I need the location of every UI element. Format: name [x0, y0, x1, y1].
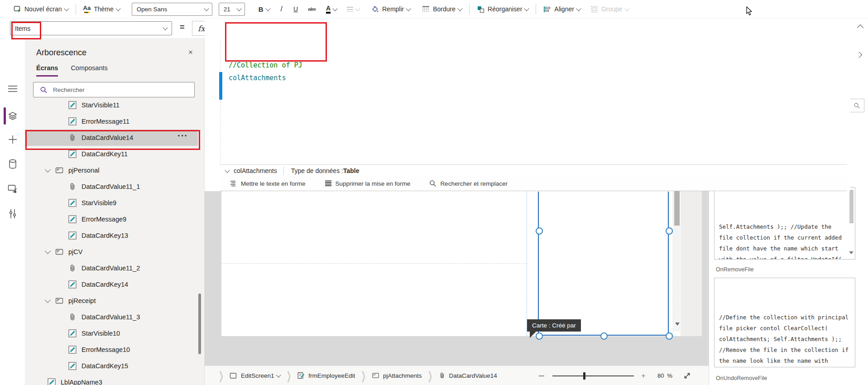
breadcrumb-item[interactable]: ❯ EditScreen1 [213, 372, 280, 379]
italic-button[interactable]: / [281, 5, 283, 13]
more-options-button[interactable] [177, 130, 188, 141]
tree-item[interactable]: StarVisible10 [25, 325, 198, 342]
code-box-scrollbar[interactable] [849, 190, 854, 223]
resize-handle-bottom-left[interactable] [536, 332, 543, 340]
zoom-out-button[interactable] [539, 375, 544, 376]
format-toolbar-button[interactable]: Mettre le texte en forme [230, 180, 306, 187]
tree-item[interactable]: ErrorMessage9 [25, 211, 198, 227]
app-canvas-page[interactable] [221, 191, 681, 336]
property-select[interactable]: Items [10, 21, 172, 35]
tree-item[interactable]: LblAppName3 [25, 374, 198, 385]
font-color-button[interactable]: A [326, 5, 337, 14]
tree-item[interactable]: ErrorMessage11 [25, 113, 198, 130]
data-button[interactable] [0, 155, 25, 173]
panel-search-button[interactable] [849, 99, 864, 112]
tree-item[interactable]: DataCardKey15 [25, 358, 198, 374]
new-screen-button[interactable]: Nouvel écran [14, 5, 68, 13]
expand-panel-button[interactable] [854, 51, 861, 59]
resize-handle-bottom-right[interactable] [666, 332, 673, 340]
tree-item[interactable]: DataCardValue14 [25, 130, 198, 146]
scroll-down-arrow-icon[interactable] [849, 251, 854, 254]
tree-item[interactable]: pjPersonal [25, 162, 198, 178]
hamburger-menu-button[interactable] [0, 80, 25, 98]
zoom-percentage: 80 [657, 372, 664, 379]
tree-tab[interactable]: Composants [71, 64, 107, 77]
zoom-slider-thumb[interactable] [583, 372, 585, 380]
canvas-scrollbar-thumb[interactable] [674, 191, 680, 226]
breadcrumb-item[interactable]: ❯ pjAttachments [355, 372, 422, 379]
resize-handle-left[interactable] [536, 227, 543, 235]
italic-icon: / [281, 5, 283, 13]
attach-icon [439, 372, 446, 379]
font-size-select[interactable]: 21 [219, 3, 245, 16]
chevron-down-icon [115, 6, 120, 11]
search-input[interactable] [52, 86, 194, 94]
tree-item[interactable]: DataCardValue11_1 [25, 178, 198, 195]
zoom-in-button[interactable]: + [641, 374, 646, 378]
media-button[interactable] [0, 180, 25, 198]
collapse-formula-bar-button[interactable] [855, 24, 863, 32]
format-icon [230, 180, 241, 187]
strikethrough-button[interactable]: abc [308, 6, 316, 12]
chevron-down-icon [236, 6, 241, 11]
breadcrumb-label: frmEmployeeEdit [308, 372, 355, 379]
tree-item-label: StarVisible9 [82, 199, 116, 207]
tree-item[interactable]: pjCV [25, 244, 198, 260]
bold-button[interactable]: B [259, 5, 270, 13]
zoom-slider[interactable] [552, 375, 634, 376]
formula-code-editor[interactable]: //Collection of PJcolAttachments [229, 21, 302, 84]
breadcrumb-item[interactable]: ❯ DataCardValue14 [422, 372, 497, 379]
fit-to-screen-button[interactable] [683, 372, 691, 380]
tree-scrollbar[interactable] [198, 294, 201, 354]
on-remove-file-formula-box[interactable]: //Define the collection with principalfi… [714, 278, 855, 367]
tree-view-button[interactable] [0, 107, 25, 125]
resize-handle-bottom[interactable] [600, 332, 608, 340]
tree-item[interactable]: DataCardKey11 [25, 146, 198, 162]
theme-button[interactable]: Aa Thème [83, 5, 120, 13]
card-icon [372, 372, 379, 379]
border-button[interactable]: Bordure [422, 5, 462, 13]
format-toolbar-button[interactable]: Rechercher et remplacer [429, 180, 508, 187]
strikethrough-icon: abc [308, 6, 316, 12]
formula-gutter-line [220, 40, 221, 164]
tree-search-box [33, 82, 195, 97]
tree-item[interactable]: ErrorMessage10 [25, 342, 198, 358]
align-button[interactable]: Aligner [543, 5, 580, 13]
tree-view-panel: Arborescence Écrans Composants [25, 38, 205, 385]
panel-title: Arborescence [36, 48, 86, 58]
powerapps-studio: Nouvel écran Aa Thème Open Sans 21 B / [0, 0, 868, 385]
arrange-button[interactable]: Réorganiser [477, 5, 528, 13]
tree-tab[interactable]: Écrans [36, 64, 58, 77]
tree-item[interactable]: pjReceipt [25, 293, 198, 309]
tree-item[interactable]: DataCardValue11_3 [25, 309, 198, 325]
font-family-select[interactable]: Open Sans [132, 3, 212, 16]
chevron-down-icon[interactable] [225, 168, 230, 173]
resize-handle-right[interactable] [666, 227, 673, 235]
search-icon [40, 86, 48, 94]
underline-button[interactable]: U [293, 5, 298, 13]
advanced-tools-icon [9, 209, 17, 219]
on-add-file-formula-box[interactable]: Self.Attachments );; //Update thefile co… [714, 187, 855, 260]
tree-item[interactable]: DataCardKey13 [25, 227, 198, 244]
format-toolbar-button[interactable]: Supprimer la mise en forme [325, 180, 411, 187]
tooltip-tail [530, 331, 537, 338]
attach-icon [68, 134, 77, 142]
formula-code-line: colAttachments [229, 72, 302, 84]
scroll-down-arrow-icon[interactable] [675, 322, 680, 326]
tree-item[interactable]: StarVisible9 [25, 195, 198, 211]
close-panel-button[interactable] [186, 48, 195, 57]
equals-sign: = [180, 23, 185, 32]
fill-button[interactable]: Remplir [371, 5, 410, 13]
screen-icon [230, 372, 237, 379]
arrange-label: Réorganiser [488, 5, 522, 13]
tree-item[interactable]: StarVisible11 [25, 97, 198, 113]
insert-button[interactable] [0, 130, 25, 149]
breadcrumb-item[interactable]: ❯ frmEmployeeEdit [280, 372, 355, 379]
advanced-tools-button[interactable] [0, 205, 25, 223]
status-bar: ❯ EditScreen1 ❯ [205, 366, 709, 385]
card-icon [55, 297, 63, 305]
chevron-down-icon [457, 6, 462, 11]
tree-item[interactable]: DataCardKey14 [25, 276, 198, 293]
tree-item[interactable]: DataCardValue11_2 [25, 260, 198, 276]
selection-edge-right [668, 192, 669, 336]
